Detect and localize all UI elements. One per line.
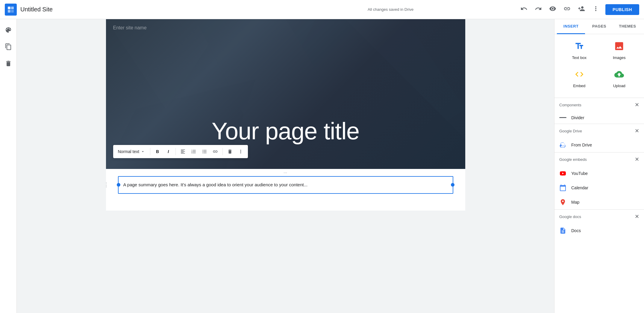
insert-grid: Text box Images Embed U xyxy=(554,34,644,98)
unordered-list-button[interactable] xyxy=(200,147,209,156)
upload-label: Upload xyxy=(613,84,625,88)
insert-map[interactable]: Map xyxy=(554,195,644,209)
row-drag-handle[interactable]: ⋮ xyxy=(104,182,109,188)
left-sidebar xyxy=(0,19,17,313)
toolbar-divider-1 xyxy=(150,148,150,155)
google-docs-toggle-icon: ✕ xyxy=(635,213,639,220)
toolbar-divider-2 xyxy=(175,148,176,155)
summary-text[interactable]: A page summary goes here. It's always a … xyxy=(123,182,448,188)
more-icon[interactable] xyxy=(591,4,601,15)
divider-icon xyxy=(559,117,566,118)
preview-icon[interactable] xyxy=(548,4,557,15)
images-label: Images xyxy=(613,55,626,60)
svg-rect-2 xyxy=(8,10,10,13)
section-google-drive[interactable]: Google Drive ✕ xyxy=(554,124,644,138)
topbar: Untitled Site All changes saved in Drive… xyxy=(0,0,644,19)
tab-pages[interactable]: PAGES xyxy=(585,19,613,34)
delete-icon[interactable] xyxy=(2,58,14,69)
section-google-drive-label: Google Drive xyxy=(559,129,582,133)
youtube-label: YouTube xyxy=(571,171,588,176)
section-google-docs-label: Google docs xyxy=(559,214,581,219)
save-status-area: All changes saved in Drive xyxy=(262,7,519,12)
images-icon xyxy=(614,41,624,53)
section-google-docs[interactable]: Google docs ✕ xyxy=(554,209,644,223)
site-name-input[interactable]: Enter site name xyxy=(113,25,147,31)
drive-icon xyxy=(559,141,566,149)
italic-button[interactable]: I xyxy=(163,147,173,156)
insert-from-drive[interactable]: From Drive xyxy=(554,138,644,152)
tab-insert[interactable]: INSERT xyxy=(557,19,585,34)
embed-icon xyxy=(575,69,584,81)
section-components-label: Components xyxy=(559,103,581,107)
drag-handle: ⋯ xyxy=(284,171,288,175)
delete-content-button[interactable] xyxy=(225,147,235,156)
insert-divider[interactable]: Divider xyxy=(554,112,644,124)
theme-icon[interactable] xyxy=(2,24,14,36)
insert-embed[interactable]: Embed xyxy=(559,65,599,93)
google-drive-toggle-icon: ✕ xyxy=(635,128,639,134)
text-box-icon xyxy=(575,41,584,53)
link-icon[interactable] xyxy=(562,4,572,15)
insert-calendar[interactable]: Calendar xyxy=(554,181,644,195)
insert-youtube[interactable]: YouTube xyxy=(554,166,644,181)
publish-button[interactable]: PUBLISH xyxy=(605,4,639,15)
insert-link-button[interactable] xyxy=(210,147,220,156)
embed-label: Embed xyxy=(573,84,585,88)
text-box[interactable]: ⋯ A page summary goes here. It's always … xyxy=(118,176,453,194)
ordered-list-button[interactable] xyxy=(189,147,198,156)
insert-text-box[interactable]: Text box xyxy=(559,37,599,65)
tab-themes[interactable]: THEMES xyxy=(613,19,642,34)
resize-handle-right[interactable] xyxy=(451,183,454,187)
text-box-label: Text box xyxy=(572,55,587,60)
docs-icon xyxy=(559,227,566,234)
add-user-icon[interactable] xyxy=(577,4,586,15)
calendar-label: Calendar xyxy=(571,185,588,190)
toolbar-divider-3 xyxy=(222,148,223,155)
resize-handle-left[interactable] xyxy=(117,183,120,187)
svg-rect-1 xyxy=(11,7,14,9)
components-toggle-icon: ✕ xyxy=(635,102,639,108)
align-left-button[interactable] xyxy=(178,147,188,156)
svg-rect-11 xyxy=(559,117,566,118)
insert-docs[interactable]: Docs xyxy=(554,223,644,238)
canvas-inner: Enter site name Your page title Normal t… xyxy=(106,19,465,211)
main-layout: Enter site name Your page title Normal t… xyxy=(0,19,644,313)
redo-icon[interactable] xyxy=(534,4,543,15)
site-title[interactable]: Untitled Site xyxy=(20,6,53,13)
bold-button[interactable]: B xyxy=(153,147,162,156)
svg-rect-10 xyxy=(615,42,623,50)
undo-icon[interactable] xyxy=(519,4,529,15)
more-options-button[interactable] xyxy=(236,147,246,156)
divider-label: Divider xyxy=(571,115,584,120)
text-style-select[interactable]: Normal text xyxy=(116,148,148,155)
section-components[interactable]: Components ✕ xyxy=(554,98,644,112)
calendar-icon xyxy=(559,184,566,191)
text-format-toolbar: Normal text B I xyxy=(113,145,248,158)
svg-rect-0 xyxy=(8,7,10,9)
svg-rect-3 xyxy=(11,10,14,13)
panel-tabs: INSERT PAGES THEMES xyxy=(554,19,644,34)
save-status-text: All changes saved in Drive xyxy=(368,7,413,12)
insert-images[interactable]: Images xyxy=(599,37,640,65)
copy-icon[interactable] xyxy=(2,41,14,53)
insert-upload[interactable]: Upload xyxy=(599,65,640,93)
section-google-embeds[interactable]: Google embeds ✕ xyxy=(554,152,644,166)
topbar-right: PUBLISH xyxy=(519,4,639,15)
upload-icon xyxy=(614,69,624,81)
youtube-icon xyxy=(559,170,566,177)
topbar-left: Untitled Site xyxy=(5,4,262,16)
app-logo[interactable] xyxy=(5,4,17,16)
page-title[interactable]: Your page title xyxy=(106,117,465,145)
content-area: ⋮ ⋯ A page summary goes here. It's alway… xyxy=(106,169,465,211)
canvas-area[interactable]: Enter site name Your page title Normal t… xyxy=(17,19,554,313)
section-google-embeds-label: Google embeds xyxy=(559,157,587,162)
from-drive-label: From Drive xyxy=(571,143,592,147)
map-icon xyxy=(559,199,566,206)
right-panel: INSERT PAGES THEMES Text box Images xyxy=(554,19,644,313)
map-label: Map xyxy=(571,200,579,205)
docs-label: Docs xyxy=(571,228,581,233)
google-embeds-toggle-icon: ✕ xyxy=(635,156,639,163)
